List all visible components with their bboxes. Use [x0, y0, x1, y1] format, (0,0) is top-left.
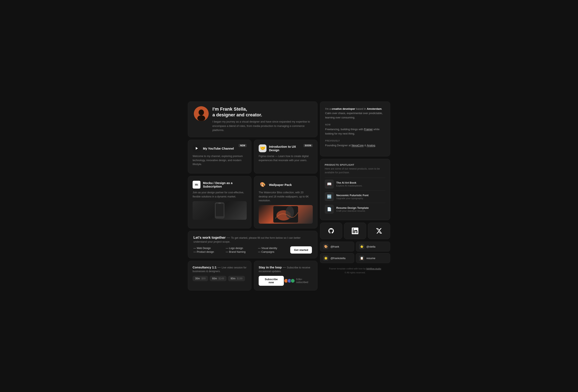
twitter-icon — [376, 227, 382, 234]
consultancy-dash: — — [217, 265, 222, 269]
product-font-thumb: 🔤 — [325, 192, 334, 201]
youtube-title: My YouTube Channel — [203, 147, 234, 150]
frank-label: @frank — [331, 245, 339, 248]
analog-link[interactable]: Analog — [367, 144, 375, 147]
product-ai-thumb: 📖 — [325, 179, 334, 189]
github-icon — [328, 227, 335, 234]
subscribe-button[interactable]: Subscribe now — [259, 276, 284, 286]
page-wrapper: I'm Frank Stella, a designer and creator… — [188, 101, 390, 291]
prev-text: Founding Designer at NexaCore & Analog. — [325, 143, 385, 147]
product-resume-thumb: 📄 — [325, 205, 334, 214]
product-ai-info: The AI Art Book Explore AI masterpieces. — [336, 181, 362, 187]
youtube-icon — [193, 144, 200, 152]
youtube-card: My YouTube Channel NEW Welcome to my cha… — [188, 140, 251, 174]
price-30: 30m $99 — [193, 276, 208, 281]
work-dash: — — [227, 236, 231, 240]
framer-link[interactable]: Framer — [364, 128, 373, 131]
frankstella-label: @frankstella — [331, 257, 345, 260]
wallpaper-card: 🎨 Wallpaper Pack The Watercolor Bliss co… — [254, 176, 318, 228]
footer: Framer template crafted with love by lig… — [320, 265, 390, 274]
wallpaper-icon: 🎨 — [259, 181, 267, 189]
service-campaigns: — Campaigns — [258, 251, 290, 253]
service-col-3: — Visual identity — Campaigns — [258, 247, 290, 253]
product-resume: 📄 Resume Design Template Craft your stan… — [325, 203, 385, 216]
product-ai-desc: Explore AI masterpieces. — [336, 184, 362, 187]
svg-point-1 — [198, 110, 204, 115]
youtube-desc: Welcome to my channel, exploring premium… — [193, 154, 247, 166]
about-intro: I'm a creative developer based in Amster… — [325, 107, 385, 120]
subscriber-avatars — [284, 278, 295, 283]
service-product-design: — Product design — [193, 251, 226, 253]
service-brand: — Brand Naming — [226, 251, 258, 253]
products-label: PRODUCTS SPOTLIGHT — [325, 164, 385, 166]
ux-desc: Figma course — Learn how to create digit… — [259, 154, 313, 162]
wallpaper-desc: The Watercolor Bliss collection, with 20… — [259, 191, 313, 203]
svg-rect-5 — [218, 203, 221, 203]
nexacore-link[interactable]: NexaCore — [351, 144, 364, 147]
get-started-button[interactable]: Get started — [290, 246, 312, 254]
footer-credit: Framer template crafted with love by lig… — [320, 267, 390, 271]
frank-link[interactable]: 🎨 @frank — [320, 242, 354, 252]
github-button[interactable] — [320, 223, 342, 239]
mocku-card: Mk Mocku / Design as a Subscription Join… — [188, 176, 251, 228]
frankstella-icon: 🌟 — [323, 256, 329, 261]
svg-point-2 — [197, 115, 205, 121]
now-label: NOW — [325, 124, 385, 126]
social-row — [320, 223, 390, 239]
consultancy-card: Consultancy 1:1 — Live video session for… — [188, 261, 251, 291]
product-ai-art: 📖 The AI Art Book Explore AI masterpiece… — [325, 178, 385, 190]
product-font-desc: Upgrade your typography. — [336, 197, 369, 200]
wallpaper-title: Wallpaper Pack — [269, 183, 292, 186]
resume-icon: 📋 — [359, 256, 364, 261]
right-column: I'm a creative developer based in Amster… — [320, 101, 390, 291]
service-logo: — Logo design — [226, 247, 258, 250]
ux-card: 🤝 Introduction to UX Design SOON Figma c… — [254, 140, 318, 174]
consultancy-title: Consultancy 1:1 — [193, 265, 217, 269]
work-title: Let's work together — [193, 236, 226, 240]
svg-rect-4 — [216, 204, 224, 216]
lightflow-link[interactable]: lightflow.studio — [366, 267, 381, 270]
hero-card: I'm Frank Stella, a designer and creator… — [188, 101, 318, 137]
pricing-row: 30m $99 60m $149 90m $199 — [193, 276, 247, 281]
newsletter-card: Stay in the loop — Subscribe to receive … — [254, 261, 318, 291]
subscriber-count: 9.6k+ subscribed — [296, 278, 313, 284]
hero-bio: I began my journey as a visual designer … — [212, 120, 311, 132]
footer-rights: © All rights reserved. — [320, 271, 390, 275]
service-col-1: — Web Design — Product design — [193, 247, 226, 253]
bottom-row: Consultancy 1:1 — Live video session for… — [188, 261, 318, 291]
work-card: Let's work together — To get started, pl… — [188, 231, 318, 258]
ux-icon: 🤝 — [259, 144, 267, 152]
mocku-icon: Mk — [193, 181, 200, 189]
product-font-name: Necosmic Futuristic Font — [336, 194, 369, 197]
previously-label: PREVIOUSLY — [325, 140, 385, 142]
about-card: I'm a creative developer based in Amster… — [320, 101, 390, 157]
now-text: Freelancing, building things with Framer… — [325, 127, 385, 136]
hero-title: I'm Frank Stella, a designer and creator… — [212, 106, 311, 118]
frankstella-link[interactable]: 🌟 @frankstella — [320, 253, 354, 263]
mocku-desc: Join as your design partner for cost-eff… — [193, 191, 247, 199]
stella-icon: ⭐ — [359, 244, 364, 249]
product-resume-name: Resume Design Template — [336, 206, 369, 209]
youtube-badge: NEW — [239, 144, 247, 147]
newsletter-dash: — — [283, 265, 287, 269]
work-services: — Web Design — Product design — Logo des… — [193, 246, 312, 254]
twitter-button[interactable] — [368, 223, 390, 239]
stella-link[interactable]: ⭐ @stella — [356, 242, 390, 252]
ux-title: Introduction to UX Design — [269, 145, 303, 152]
product-resume-info: Resume Design Template Craft your stando… — [336, 206, 369, 212]
frank-icon: 🎨 — [323, 244, 329, 249]
main-grid: I'm Frank Stella, a designer and creator… — [188, 101, 390, 291]
wallpaper-image — [259, 205, 313, 224]
service-visual: — Visual identity — [258, 247, 290, 250]
service-web-design: — Web Design — [193, 247, 226, 250]
subscriber-info: 9.6k+ subscribed — [284, 278, 313, 284]
linkedin-button[interactable] — [344, 223, 366, 239]
stella-label: @stella — [366, 245, 376, 248]
price-60: 60m $149 — [210, 276, 227, 281]
resume-link[interactable]: 📋 resume — [356, 253, 390, 263]
mocku-title: Mocku / Design as a Subscription — [203, 181, 247, 188]
ux-badge: SOON — [303, 144, 313, 147]
service-col-2: — Logo design — Brand Naming — [226, 247, 258, 253]
avatar — [194, 106, 209, 121]
mocku-image — [193, 201, 247, 220]
